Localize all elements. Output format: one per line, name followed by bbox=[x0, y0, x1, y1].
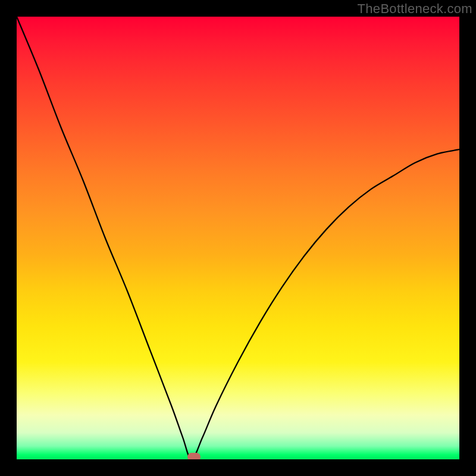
plot-area bbox=[17, 17, 459, 459]
bottleneck-curve bbox=[17, 17, 459, 459]
chart-frame: TheBottleneck.com bbox=[0, 0, 476, 476]
watermark-text: TheBottleneck.com bbox=[358, 1, 472, 17]
minimum-marker bbox=[187, 453, 201, 459]
